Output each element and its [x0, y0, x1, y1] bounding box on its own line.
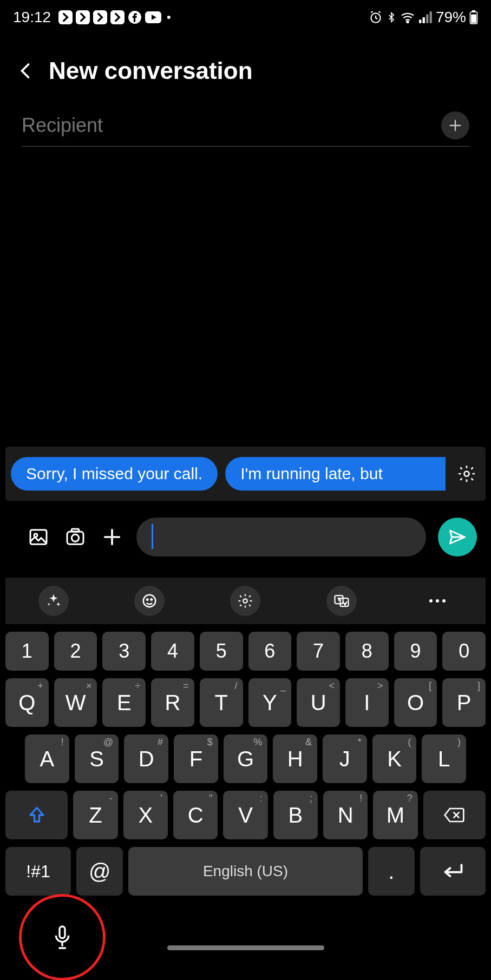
svg-point-24: [436, 599, 439, 602]
key-l[interactable]: )L: [422, 734, 466, 783]
key-k[interactable]: (K: [372, 734, 417, 783]
camera-icon[interactable]: [63, 525, 88, 549]
svg-rect-12: [30, 529, 47, 544]
key-row-zxcv: -Z 'X "C :V ;B !N ?M: [5, 791, 486, 839]
period-key[interactable]: .: [368, 847, 415, 896]
key-o[interactable]: [O: [394, 678, 437, 727]
key-2[interactable]: 2: [54, 632, 97, 671]
key-q[interactable]: +Q: [5, 678, 49, 727]
key-v[interactable]: :V: [223, 791, 267, 839]
plus-icon[interactable]: [100, 525, 125, 549]
status-right: 79%: [369, 9, 478, 26]
wifi-icon: [400, 11, 415, 23]
key-t[interactable]: /T: [200, 678, 243, 727]
emoji-icon[interactable]: [134, 586, 165, 616]
recipient-input[interactable]: [22, 114, 441, 137]
quick-reply-chip[interactable]: Sorry, I missed your call.: [11, 457, 218, 491]
more-icon[interactable]: [422, 586, 453, 616]
key-b[interactable]: ;B: [273, 791, 318, 839]
key-4[interactable]: 4: [151, 632, 194, 671]
quick-reply-settings-button[interactable]: [453, 464, 480, 484]
key-u[interactable]: <U: [297, 678, 340, 727]
key-c[interactable]: "C: [173, 791, 218, 839]
gallery-icon[interactable]: [26, 525, 51, 549]
key-row-asdf: !A @S #D $F %G &H *J (K )L: [5, 734, 486, 783]
shift-key[interactable]: [5, 791, 68, 839]
key-row-numbers: 1 2 3 4 5 6 7 8 9 0: [5, 632, 486, 671]
notification-app-icon: [76, 10, 90, 24]
key-d[interactable]: #D: [124, 734, 168, 783]
key-s[interactable]: @S: [75, 734, 119, 783]
svg-point-11: [464, 472, 469, 476]
at-key[interactable]: @: [76, 847, 123, 896]
svg-point-25: [442, 599, 446, 602]
svg-rect-10: [471, 15, 476, 23]
svg-rect-4: [419, 19, 421, 23]
youtube-icon: [145, 11, 161, 23]
home-indicator[interactable]: [167, 945, 324, 950]
key-0[interactable]: 0: [442, 632, 486, 671]
keyboard: 1 2 3 4 5 6 7 8 9 0 +Q ×W ÷E =R /T _Y <U…: [5, 632, 486, 903]
key-f[interactable]: $F: [174, 734, 218, 783]
svg-rect-5: [423, 17, 425, 23]
voice-input-button[interactable]: [27, 902, 97, 972]
key-7[interactable]: 7: [297, 632, 340, 671]
key-8[interactable]: 8: [345, 632, 389, 671]
send-button[interactable]: [438, 518, 477, 557]
key-1[interactable]: 1: [5, 632, 49, 671]
svg-point-20: [244, 599, 248, 603]
add-recipient-button[interactable]: [441, 111, 469, 140]
translate-icon[interactable]: [326, 586, 357, 616]
key-5[interactable]: 5: [200, 632, 243, 671]
page-title: New conversation: [49, 57, 253, 84]
recipient-row: [22, 111, 469, 147]
keyboard-toolbar: [5, 578, 486, 624]
key-z[interactable]: -Z: [73, 791, 117, 839]
key-r[interactable]: =R: [151, 678, 194, 727]
backspace-key[interactable]: [423, 791, 486, 839]
key-p[interactable]: ]P: [442, 678, 486, 727]
key-w[interactable]: ×W: [54, 678, 97, 727]
nav-bar: [0, 915, 491, 980]
key-a[interactable]: !A: [25, 734, 69, 783]
ai-sparkle-icon[interactable]: [38, 586, 69, 616]
svg-point-19: [151, 599, 153, 600]
key-6[interactable]: 6: [248, 632, 292, 671]
key-j[interactable]: *J: [323, 734, 367, 783]
key-row-qwerty: +Q ×W ÷E =R /T _Y <U >I [O ]P: [5, 678, 486, 727]
key-y[interactable]: _Y: [248, 678, 292, 727]
key-n[interactable]: !N: [323, 791, 368, 839]
svg-point-18: [147, 599, 148, 600]
text-cursor: [152, 524, 153, 549]
svg-rect-7: [430, 11, 432, 23]
keyboard-settings-icon[interactable]: [230, 586, 260, 616]
notification-app-icon: [93, 10, 107, 24]
key-m[interactable]: ?M: [373, 791, 417, 839]
key-i[interactable]: >I: [345, 678, 389, 727]
header: New conversation: [0, 30, 491, 101]
bluetooth-icon: [386, 10, 397, 24]
enter-key[interactable]: [420, 847, 486, 896]
key-g[interactable]: %G: [224, 734, 268, 783]
key-3[interactable]: 3: [102, 632, 146, 671]
notification-app-icon: [110, 10, 125, 24]
key-h[interactable]: &H: [273, 734, 317, 783]
symbols-key[interactable]: !#1: [5, 847, 71, 896]
quick-reply-chip[interactable]: I'm running late, but: [225, 457, 446, 491]
svg-point-3: [407, 21, 408, 23]
message-input[interactable]: [136, 518, 426, 557]
key-row-bottom: !#1 @ English (US) .: [5, 847, 486, 896]
key-e[interactable]: ÷E: [102, 678, 146, 727]
signal-icon: [418, 11, 433, 23]
battery-percent: 79%: [436, 9, 466, 26]
key-9[interactable]: 9: [394, 632, 437, 671]
status-bar: 19:12 • 79%: [0, 0, 491, 30]
notification-app-icon: [58, 10, 73, 24]
more-notifications-icon: •: [167, 10, 171, 24]
key-x[interactable]: 'X: [123, 791, 168, 839]
facebook-icon: [128, 10, 142, 24]
svg-rect-16: [71, 529, 78, 532]
space-key[interactable]: English (US): [128, 847, 362, 896]
back-button[interactable]: [16, 61, 36, 81]
svg-rect-6: [426, 15, 428, 23]
